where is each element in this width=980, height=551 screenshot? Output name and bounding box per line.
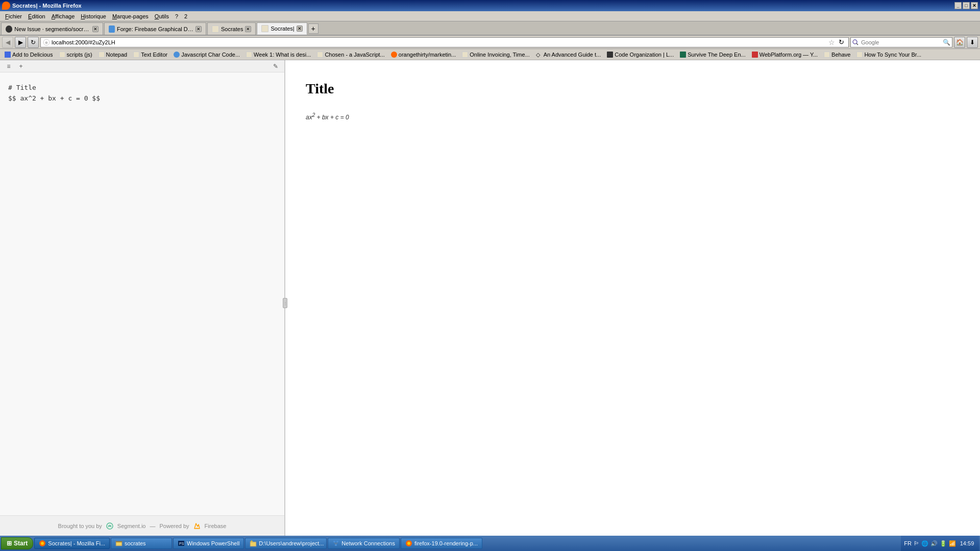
- firebase-label: Firebase: [205, 523, 227, 529]
- menu-bar: Fichier Édition Affichage Historique Mar…: [0, 11, 980, 21]
- bookmark-star-icon[interactable]: ☆: [828, 38, 835, 46]
- new-tab-button[interactable]: +: [308, 23, 318, 34]
- maximize-button[interactable]: □: [963, 2, 970, 9]
- menu-edition[interactable]: Édition: [25, 12, 48, 20]
- refresh-button[interactable]: ↻: [28, 37, 39, 48]
- bookmark-advanced[interactable]: ◇ An Advanced Guide t...: [533, 51, 604, 59]
- editor-edit-button[interactable]: ✎: [271, 62, 280, 71]
- editor-menu-button[interactable]: ≡: [4, 62, 13, 71]
- title-bar: Socrates| - Mozilla Firefox _ □ ✕: [0, 0, 980, 11]
- tab-socrates2-label: Socrates|: [271, 26, 294, 32]
- browser-content: ≡ + ✎ # Title $$ ax^2 + bx + c = 0 $$ Br…: [0, 60, 980, 536]
- bookmark-invoicing[interactable]: Online Invoicing, Time...: [459, 51, 532, 59]
- bookmark-delicious-label: Add to Delicious: [12, 52, 53, 58]
- menu-historique[interactable]: Historique: [78, 12, 109, 20]
- svg-line-4: [856, 43, 858, 45]
- menu-extra[interactable]: 2: [181, 12, 190, 20]
- editor-footer: Brought to you by Segment.io — Powered b…: [0, 515, 284, 536]
- editor-toolbar: ≡ + ✎: [0, 60, 284, 72]
- bookmark-behave-icon: [824, 52, 830, 58]
- preview-math: ax2 + bx + c = 0: [306, 112, 960, 121]
- tab-socrates1-icon: [212, 26, 219, 33]
- segment-logo-icon: [106, 522, 113, 530]
- bookmark-scripts-label: scripts (js): [67, 52, 92, 58]
- bookmark-notepad-icon: [99, 52, 105, 58]
- url-bar[interactable]: ⊕ ☆ ↻: [40, 37, 849, 47]
- title-bar-text: Socrates| - Mozilla Firefox: [12, 3, 82, 9]
- bookmark-chosen-label: Chosen - a JavaScript...: [325, 52, 384, 58]
- bookmark-code-label: Code Organization | L...: [615, 52, 674, 58]
- url-favicon: ⊕: [43, 39, 50, 46]
- forward-button[interactable]: ▶: [15, 37, 26, 48]
- editor-preview-divider: ⋮: [285, 60, 285, 536]
- bookmark-scripts[interactable]: scripts (js): [57, 51, 95, 59]
- bookmark-behave-label: Behave: [831, 52, 850, 58]
- bookmark-charcode[interactable]: Javascript Char Code...: [171, 51, 242, 59]
- bookmark-delicious-icon: [5, 52, 11, 58]
- tab-socrates2-close[interactable]: ✕: [297, 26, 303, 32]
- bookmark-chosen[interactable]: Chosen - a JavaScript...: [314, 51, 387, 59]
- bookmark-charcode-icon: [174, 52, 180, 58]
- bookmark-chosen-icon: [317, 52, 323, 58]
- tab-github[interactable]: New Issue · segmentio/socrates ✕: [1, 22, 103, 35]
- search-engine-icon: [851, 38, 860, 47]
- search-button[interactable]: 🔍: [941, 39, 952, 46]
- menu-affichage[interactable]: Affichage: [48, 12, 78, 20]
- bookmark-notepad-label: Notepad: [106, 52, 128, 58]
- editor-content-area[interactable]: # Title $$ ax^2 + bx + c = 0 $$: [0, 72, 284, 515]
- svg-point-3: [853, 40, 857, 44]
- bookmark-code[interactable]: Code Organization | L...: [604, 51, 676, 59]
- bookmark-texteditor-icon: [133, 52, 139, 58]
- bookmark-webplatform-icon: [752, 52, 758, 58]
- bookmark-advanced-icon: ◇: [536, 52, 542, 58]
- svg-marker-7: [194, 528, 200, 529]
- menu-outils[interactable]: Outils: [152, 12, 172, 20]
- bookmark-texteditor[interactable]: Text Editor: [131, 51, 170, 59]
- tab-socrates1[interactable]: Socrates ✕: [207, 22, 256, 35]
- editor-pane: ≡ + ✎ # Title $$ ax^2 + bx + c = 0 $$ Br…: [0, 60, 285, 536]
- tab-bar: New Issue · segmentio/socrates ✕ Forge: …: [0, 21, 980, 36]
- menu-fichier[interactable]: Fichier: [2, 12, 25, 20]
- powered-by-text: Powered by: [160, 523, 189, 529]
- bookmark-behave[interactable]: Behave: [821, 51, 853, 59]
- brought-by-text: Brought to you by: [58, 523, 102, 529]
- bookmark-webplatform[interactable]: WebPlatform.org — Y...: [749, 51, 820, 59]
- divider-handle[interactable]: ⋮: [283, 298, 287, 308]
- bookmark-orange-label: orangethirty/marketin...: [399, 52, 456, 58]
- bookmark-sync[interactable]: How To Sync Your Br...: [854, 51, 924, 59]
- tab-socrates2[interactable]: Socrates| ✕: [257, 22, 307, 35]
- bookmark-survive[interactable]: Survive The Deep En...: [677, 51, 748, 59]
- bookmark-sync-icon: [856, 52, 863, 58]
- tab-forge-close[interactable]: ✕: [195, 26, 202, 32]
- download-button[interactable]: ⬇: [967, 37, 978, 48]
- home-button[interactable]: 🏠: [954, 37, 965, 48]
- bookmark-orange-icon: [391, 52, 397, 58]
- tab-forge-label: Forge: Firebase Graphical Debugger: [117, 26, 193, 32]
- bookmark-orange[interactable]: orangethirty/marketin...: [388, 51, 459, 59]
- close-button[interactable]: ✕: [971, 2, 978, 9]
- svg-text:⊕: ⊕: [45, 41, 48, 44]
- bookmark-notepad[interactable]: Notepad: [96, 51, 130, 59]
- tab-socrates1-close[interactable]: ✕: [245, 26, 251, 32]
- bookmark-code-icon: [607, 52, 613, 58]
- url-refresh-button[interactable]: ↻: [836, 37, 846, 47]
- firefox-app-icon: [2, 2, 10, 10]
- tab-forge[interactable]: Forge: Firebase Graphical Debugger ✕: [104, 22, 206, 35]
- bookmark-delicious[interactable]: Add to Delicious: [2, 51, 56, 59]
- bookmark-week1[interactable]: Week 1: What is desi...: [243, 51, 313, 59]
- menu-marque-pages[interactable]: Marque-pages: [109, 12, 152, 20]
- url-input[interactable]: [52, 39, 827, 45]
- search-input[interactable]: [860, 39, 941, 45]
- editor-add-button[interactable]: +: [16, 62, 26, 71]
- back-button[interactable]: ◀: [2, 37, 13, 48]
- bookmark-texteditor-label: Text Editor: [141, 52, 167, 58]
- tab-socrates1-label: Socrates: [221, 26, 243, 32]
- tab-github-close[interactable]: ✕: [92, 26, 99, 32]
- editor-line2: $$ ax^2 + bx + c = 0 $$: [8, 93, 276, 104]
- bookmark-invoicing-label: Online Invoicing, Time...: [470, 52, 529, 58]
- bookmark-week1-label: Week 1: What is desi...: [254, 52, 311, 58]
- menu-help[interactable]: ?: [172, 12, 181, 20]
- tab-socrates2-icon: [261, 25, 268, 32]
- minimize-button[interactable]: _: [954, 2, 962, 9]
- bookmark-survive-icon: [680, 52, 686, 58]
